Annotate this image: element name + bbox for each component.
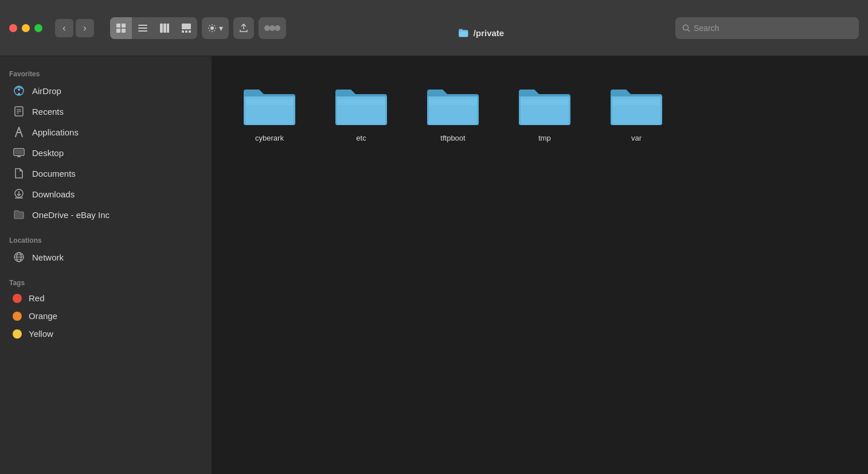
- orange-tag-dot: [13, 312, 22, 321]
- forward-button[interactable]: ›: [76, 19, 94, 37]
- main-layout: Favorites AirDrop: [0, 56, 868, 474]
- view-list-button[interactable]: [132, 17, 154, 39]
- folder-icon-cyberark: [241, 79, 298, 128]
- file-item-var[interactable]: var: [602, 79, 671, 142]
- svg-line-27: [19, 127, 22, 137]
- sidebar-item-applications[interactable]: Applications: [3, 122, 208, 142]
- desktop-icon: [13, 146, 25, 159]
- filename-tftpboot: tftpboot: [440, 134, 465, 142]
- sidebar-item-network[interactable]: Network: [3, 247, 208, 267]
- documents-icon: [13, 167, 25, 180]
- svg-rect-12: [185, 30, 187, 33]
- search-input[interactable]: [694, 24, 852, 33]
- yellow-tag-dot: [13, 329, 22, 339]
- svg-rect-0: [116, 24, 120, 28]
- svg-point-16: [269, 25, 275, 31]
- airdrop-label: AirDrop: [32, 86, 61, 96]
- svg-rect-1: [122, 24, 126, 28]
- svg-point-15: [264, 25, 270, 31]
- folder-icon-tmp: [516, 79, 573, 128]
- share-button[interactable]: [233, 17, 254, 39]
- arrange-chevron: ▾: [219, 24, 223, 33]
- filename-etc: etc: [356, 134, 366, 142]
- file-item-etc[interactable]: etc: [327, 79, 396, 142]
- view-group: [110, 17, 197, 39]
- view-gallery-button[interactable]: [175, 17, 197, 39]
- airdrop-icon: [13, 84, 25, 97]
- svg-rect-3: [122, 29, 126, 33]
- sidebar-item-tag-orange[interactable]: Orange: [3, 307, 208, 325]
- svg-rect-13: [189, 30, 191, 33]
- back-button[interactable]: ‹: [55, 19, 73, 37]
- tag-button[interactable]: [259, 17, 286, 39]
- title-bar: ‹ ›: [0, 0, 868, 56]
- svg-rect-7: [160, 24, 163, 33]
- svg-rect-6: [138, 30, 147, 32]
- view-grid-button[interactable]: [110, 17, 132, 39]
- svg-rect-4: [138, 25, 147, 26]
- sidebar-item-downloads[interactable]: Downloads: [3, 184, 208, 204]
- nav-buttons: ‹ ›: [55, 19, 94, 37]
- filename-tmp: tmp: [538, 134, 551, 142]
- desktop-label: Desktop: [32, 148, 64, 158]
- applications-icon: [13, 126, 25, 138]
- network-icon: [13, 251, 25, 263]
- svg-point-18: [683, 25, 689, 30]
- view-columns-button[interactable]: [154, 17, 175, 39]
- sidebar-item-documents[interactable]: Documents: [3, 163, 208, 184]
- svg-rect-9: [167, 24, 169, 33]
- folder-icon-tftpboot: [424, 79, 482, 128]
- svg-rect-11: [182, 30, 184, 33]
- recents-icon: [13, 105, 25, 118]
- locations-section-title: Locations: [0, 232, 212, 247]
- red-tag-label: Red: [29, 293, 45, 303]
- file-item-cyberark[interactable]: cyberark: [235, 79, 304, 142]
- svg-point-21: [18, 88, 20, 91]
- yellow-tag-label: Yellow: [29, 329, 53, 339]
- folder-icon-etc: [333, 79, 390, 128]
- favorites-section-title: Favorites: [0, 65, 212, 80]
- files-grid: cyberark etc tft: [235, 79, 845, 142]
- svg-point-14: [210, 26, 214, 30]
- svg-point-17: [275, 25, 280, 31]
- downloads-label: Downloads: [32, 189, 75, 199]
- content-area: cyberark etc tft: [212, 56, 868, 474]
- network-label: Network: [32, 252, 64, 262]
- red-tag-dot: [13, 294, 22, 303]
- window-title: /private: [458, 28, 504, 38]
- svg-rect-2: [116, 29, 120, 33]
- orange-tag-label: Orange: [29, 311, 57, 321]
- file-item-tftpboot[interactable]: tftpboot: [419, 79, 487, 142]
- toolbar-buttons: ▾: [110, 17, 286, 39]
- downloads-icon: [13, 188, 25, 200]
- arrange-button[interactable]: ▾: [202, 17, 229, 39]
- file-item-tmp[interactable]: tmp: [510, 79, 579, 142]
- sidebar: Favorites AirDrop: [0, 56, 212, 474]
- svg-line-26: [15, 127, 19, 137]
- sidebar-item-onedrive[interactable]: OneDrive - eBay Inc: [3, 204, 208, 225]
- sidebar-item-tag-yellow[interactable]: Yellow: [3, 325, 208, 343]
- folder-icon-var: [608, 79, 665, 128]
- svg-rect-5: [138, 28, 147, 29]
- recents-label: Recents: [32, 107, 64, 116]
- svg-rect-32: [15, 150, 23, 154]
- window-controls: [9, 24, 42, 32]
- svg-rect-10: [182, 24, 191, 29]
- close-button[interactable]: [9, 24, 17, 32]
- applications-label: Applications: [32, 127, 79, 137]
- svg-rect-8: [163, 24, 166, 33]
- svg-line-19: [688, 29, 690, 32]
- documents-label: Documents: [32, 169, 76, 178]
- tags-section-title: Tags: [0, 274, 212, 289]
- sidebar-item-recents[interactable]: Recents: [3, 101, 208, 122]
- filename-var: var: [631, 134, 642, 142]
- onedrive-icon: [13, 208, 25, 221]
- sidebar-item-tag-red[interactable]: Red: [3, 289, 208, 307]
- search-bar[interactable]: [675, 17, 859, 39]
- maximize-button[interactable]: [34, 24, 42, 32]
- filename-cyberark: cyberark: [255, 134, 284, 142]
- minimize-button[interactable]: [22, 24, 30, 32]
- sidebar-item-desktop[interactable]: Desktop: [3, 142, 208, 163]
- sidebar-item-airdrop[interactable]: AirDrop: [3, 80, 208, 101]
- onedrive-label: OneDrive - eBay Inc: [32, 210, 110, 220]
